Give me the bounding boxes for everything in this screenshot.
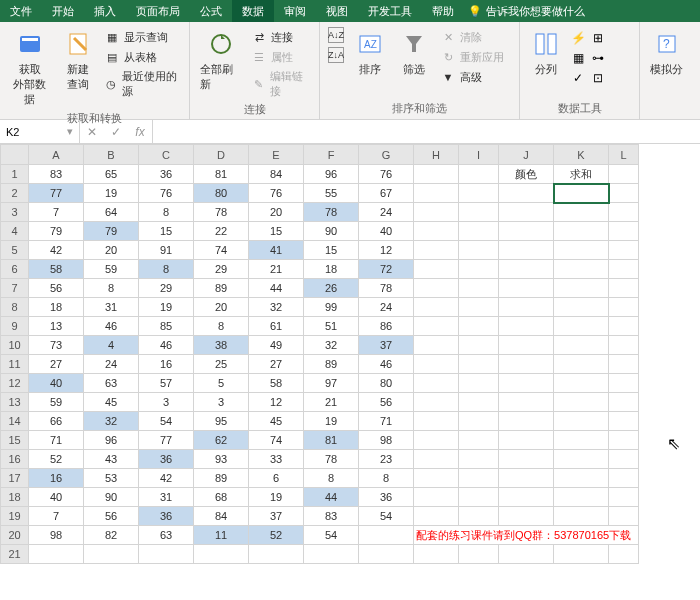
cell[interactable] [499,355,554,374]
cell[interactable]: 12 [359,241,414,260]
cell[interactable] [459,393,499,412]
cell[interactable] [554,450,609,469]
cell[interactable]: 8 [84,279,139,298]
cell[interactable] [414,545,459,564]
tab-file[interactable]: 文件 [0,0,42,22]
col-header[interactable]: E [249,145,304,165]
cell[interactable] [139,545,194,564]
cell[interactable]: 32 [304,336,359,355]
cell[interactable]: 74 [194,241,249,260]
cell[interactable] [459,298,499,317]
cell[interactable]: 32 [249,298,304,317]
accept-formula-button[interactable]: ✓ [104,125,128,139]
row-header[interactable]: 17 [1,469,29,488]
cell[interactable] [554,336,609,355]
cell[interactable]: 37 [359,336,414,355]
cell[interactable]: 76 [139,184,194,203]
cell[interactable]: 21 [304,393,359,412]
cell[interactable]: 求和 [554,165,609,184]
cell[interactable]: 79 [84,222,139,241]
row-header[interactable]: 9 [1,317,29,336]
cell[interactable] [554,241,609,260]
cell[interactable]: 72 [359,260,414,279]
cell[interactable]: 33 [249,450,304,469]
cell[interactable] [609,431,639,450]
cell[interactable] [499,279,554,298]
cell[interactable]: 20 [194,298,249,317]
cell[interactable]: 67 [359,184,414,203]
cell[interactable]: 57 [139,374,194,393]
cell[interactable]: 40 [359,222,414,241]
cell[interactable] [459,260,499,279]
cell[interactable]: 23 [359,450,414,469]
cell[interactable]: 22 [194,222,249,241]
show-queries-button[interactable]: ▦显示查询 [102,28,183,46]
cell[interactable]: 颜色 [499,165,554,184]
cell[interactable]: 46 [84,317,139,336]
cell[interactable]: 58 [29,260,84,279]
cell[interactable] [459,355,499,374]
cell[interactable] [499,507,554,526]
cell[interactable]: 83 [304,507,359,526]
cell[interactable]: 98 [29,526,84,545]
chevron-down-icon[interactable]: ▾ [67,125,73,138]
cell[interactable]: 62 [194,431,249,450]
cell[interactable]: 56 [29,279,84,298]
cell[interactable]: 6 [249,469,304,488]
cell[interactable]: 65 [84,165,139,184]
row-header[interactable]: 12 [1,374,29,393]
cell[interactable]: 78 [304,203,359,222]
cell[interactable]: 96 [304,165,359,184]
connections-button[interactable]: ⇄连接 [249,28,313,46]
cell[interactable] [459,336,499,355]
cell[interactable]: 27 [249,355,304,374]
cell[interactable]: 36 [139,450,194,469]
cell[interactable]: 46 [359,355,414,374]
cell[interactable]: 15 [249,222,304,241]
cell[interactable] [499,184,554,203]
cell[interactable]: 8 [139,203,194,222]
cell[interactable] [609,355,639,374]
cell[interactable] [554,469,609,488]
cell[interactable]: 19 [84,184,139,203]
cell[interactable]: 8 [359,469,414,488]
cell[interactable] [459,374,499,393]
cell[interactable]: 71 [359,412,414,431]
cell[interactable]: 81 [194,165,249,184]
cell[interactable]: 77 [139,431,194,450]
row-header[interactable]: 20 [1,526,29,545]
cell[interactable] [459,241,499,260]
text-to-columns-button[interactable]: 分列 [526,26,566,79]
cell[interactable]: 27 [29,355,84,374]
cell[interactable] [414,203,459,222]
cell[interactable]: 97 [304,374,359,393]
cell[interactable] [459,165,499,184]
cell[interactable]: 31 [84,298,139,317]
cell[interactable]: 77 [29,184,84,203]
cell[interactable]: 40 [29,374,84,393]
cell[interactable]: 38 [194,336,249,355]
cell[interactable] [609,184,639,203]
cell[interactable] [414,374,459,393]
cell[interactable] [459,450,499,469]
cell[interactable] [554,488,609,507]
cell[interactable]: 43 [84,450,139,469]
cell[interactable] [554,412,609,431]
cell[interactable] [414,260,459,279]
cell[interactable] [414,279,459,298]
cell[interactable]: 89 [304,355,359,374]
cell[interactable] [359,526,414,545]
row-header[interactable]: 1 [1,165,29,184]
col-header[interactable]: G [359,145,414,165]
cell[interactable]: 79 [29,222,84,241]
cell[interactable] [459,469,499,488]
cell[interactable]: 89 [194,469,249,488]
cell[interactable] [554,317,609,336]
cell[interactable]: 52 [29,450,84,469]
cell[interactable] [499,488,554,507]
cell[interactable] [609,241,639,260]
cell[interactable] [459,222,499,241]
cell[interactable]: 16 [29,469,84,488]
row-header[interactable]: 19 [1,507,29,526]
cell[interactable]: 18 [29,298,84,317]
